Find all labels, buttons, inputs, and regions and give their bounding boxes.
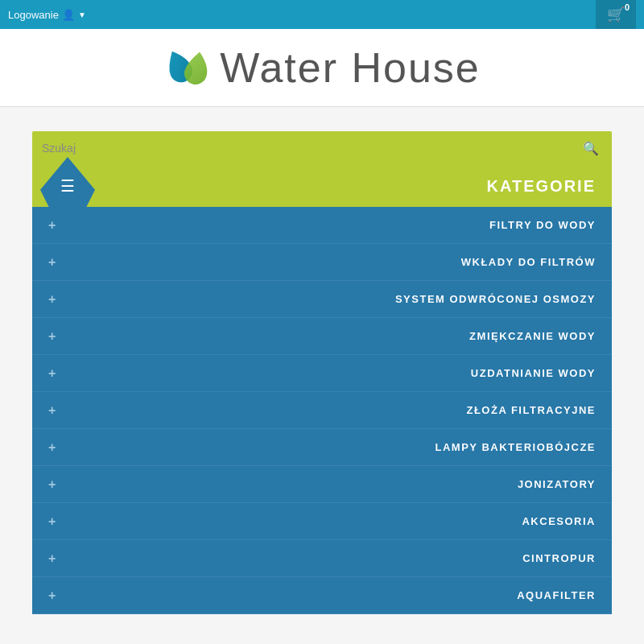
cart-icon: 🛒 [607,6,625,23]
category-plus-icon: + [48,403,56,418]
category-item[interactable]: + CINTROPUR [32,540,612,577]
category-item[interactable]: + ZMIĘKCZANIE WODY [32,318,612,355]
category-list: + FILTRY DO WODY + WKŁADY DO FILTRÓW + S… [32,207,612,614]
category-plus-icon: + [48,440,56,455]
category-name: LAMPY BAKTERIOBÓJCZE [436,441,597,453]
logo[interactable]: Water House [163,43,481,92]
category-item[interactable]: + WKŁADY DO FILTRÓW [32,244,612,281]
category-item[interactable]: + ZŁOŻA FILTRACYJNE [32,392,612,429]
category-item[interactable]: + AQUAFILTER [32,577,612,614]
category-item[interactable]: + UZDATNIANIE WODY [32,355,612,392]
categories-title: KATEGORIE [487,177,596,196]
category-plus-icon: + [48,477,56,492]
category-name: UZDATNIANIE WODY [471,367,596,379]
user-icon: 👤 [62,9,75,21]
category-plus-icon: + [48,292,56,307]
search-bar: 🔍 [32,131,612,165]
login-label: Logowanie [8,9,59,21]
category-plus-icon: + [48,255,56,270]
category-item[interactable]: + FILTRY DO WODY [32,207,612,244]
search-input[interactable] [42,142,580,155]
category-name: AKCESORIA [522,515,596,527]
category-item[interactable]: + JONIZATORY [32,466,612,503]
category-name: AQUAFILTER [517,589,596,601]
category-name: CINTROPUR [522,552,596,564]
category-plus-icon: + [48,588,56,603]
category-plus-icon: + [48,366,56,381]
category-plus-icon: + [48,218,56,233]
category-plus-icon: + [48,329,56,344]
cart-button[interactable]: 0 🛒 [596,0,636,29]
category-name: WKŁADY DO FILTRÓW [461,256,596,268]
categories-container: ☰ KATEGORIE + FILTRY DO WODY + WKŁADY DO… [32,165,612,614]
category-name: JONIZATORY [518,478,596,490]
logo-text: Water House [220,43,481,92]
top-bar: Logowanie 👤 ▼ 0 🛒 [0,0,644,29]
hamburger-icon: ☰ [60,176,75,196]
search-icon: 🔍 [583,142,599,155]
category-item[interactable]: + LAMPY BAKTERIOBÓJCZE [32,429,612,466]
header: Water House [0,29,644,107]
search-button[interactable]: 🔍 [580,138,602,159]
category-name: FILTRY DO WODY [489,219,596,231]
category-plus-icon: + [48,514,56,529]
chevron-down-icon: ▼ [78,10,86,19]
main-content: 🔍 ☰ KATEGORIE + FILTRY DO WODY + WKŁADY … [0,107,644,638]
category-name: SYSTEM ODWRÓCONEJ OSMOZY [395,293,596,305]
category-item[interactable]: + SYSTEM ODWRÓCONEJ OSMOZY [32,281,612,318]
category-item[interactable]: + AKCESORIA [32,503,612,540]
hamburger-button[interactable]: ☰ [48,167,87,205]
category-name: ZŁOŻA FILTRACYJNE [466,404,596,416]
cart-count: 0 [625,2,630,12]
logo-icon [163,43,212,92]
login-button[interactable]: Logowanie 👤 ▼ [8,9,86,21]
category-name: ZMIĘKCZANIE WODY [469,330,596,342]
category-plus-icon: + [48,551,56,566]
categories-header: ☰ KATEGORIE [32,165,612,207]
